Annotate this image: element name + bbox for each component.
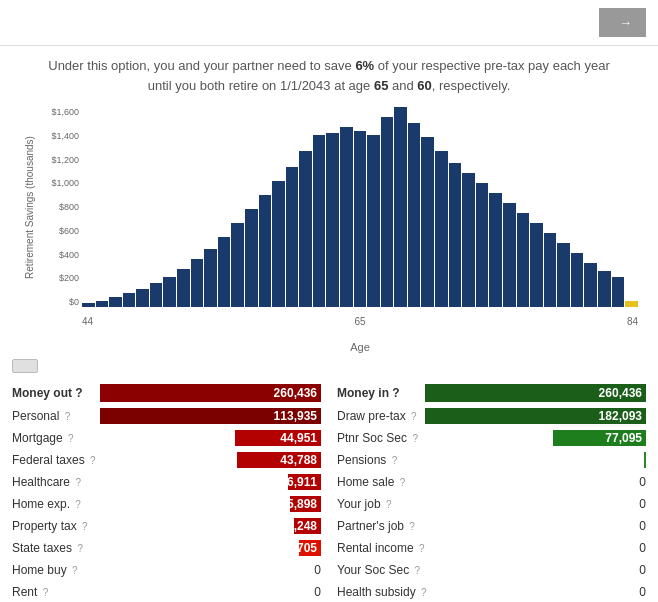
row-value: 0 <box>586 517 646 535</box>
help-icon[interactable]: ? <box>392 386 399 400</box>
chart-bar <box>340 127 353 307</box>
help-icon[interactable]: ? <box>411 411 417 422</box>
data-row: Health subsidy ?0 <box>337 582 646 602</box>
help-icon[interactable]: ? <box>43 587 49 598</box>
row-value: 0 <box>586 473 646 491</box>
row-label: Healthcare ? <box>12 475 100 489</box>
subtitle-block: Under this option, you and your partner … <box>0 46 658 101</box>
help-icon[interactable]: ? <box>65 411 71 422</box>
chart-bar <box>136 289 149 307</box>
chart-bar <box>326 133 339 307</box>
page-header: → <box>0 0 658 46</box>
data-row: Your Soc Sec ?0 <box>337 560 646 580</box>
help-icon[interactable]: ? <box>75 386 82 400</box>
data-row: Home sale ?0 <box>337 472 646 492</box>
help-icon[interactable]: ? <box>392 455 398 466</box>
chart-bar <box>109 297 122 307</box>
help-icon[interactable]: ? <box>409 521 415 532</box>
section-header-row: Money out ?260,436 <box>12 383 321 403</box>
row-label: Partner's job ? <box>337 519 425 533</box>
chart-bar <box>476 183 489 307</box>
data-row: Ptnr Soc Sec ?77,095 <box>337 428 646 448</box>
money-in-column: Money in ?260,436Draw pre-tax ?182,093Pt… <box>337 383 646 602</box>
money-out-column: Money out ?260,436Personal ?113,935Mortg… <box>12 383 321 602</box>
data-row: Healthcare ?16,911 <box>12 472 321 492</box>
back-to-inputs-button[interactable]: → <box>599 8 646 37</box>
row-value: 0 <box>261 583 321 601</box>
row-value: 0 <box>586 561 646 579</box>
row-label: Home exp. ? <box>12 497 100 511</box>
chart-bar <box>503 203 516 307</box>
row-label: Your Soc Sec ? <box>337 563 425 577</box>
chart-bar <box>313 135 326 307</box>
chart-bar <box>299 151 312 307</box>
chart-bar <box>435 151 448 307</box>
help-icon[interactable]: ? <box>419 543 425 554</box>
details-block <box>48 359 646 361</box>
chart-bar <box>204 249 217 307</box>
chart-bar <box>489 193 502 307</box>
y-axis-label: Retirement Savings (thousands) <box>20 107 38 307</box>
chart-bar <box>272 181 285 307</box>
chart-bar <box>163 277 176 307</box>
chart-bars <box>82 107 638 307</box>
data-row: Rental income ?0 <box>337 538 646 558</box>
help-icon[interactable]: ? <box>90 455 96 466</box>
row-label: Home sale ? <box>337 475 425 489</box>
data-row: Personal ?113,935 <box>12 406 321 426</box>
chart-bar <box>286 167 299 307</box>
y-axis: $1,600 $1,400 $1,200 $1,000 $800 $600 $4… <box>42 107 82 307</box>
row-value: 182,093 <box>586 407 646 425</box>
chart-bar <box>462 173 475 307</box>
help-icon[interactable]: ? <box>72 565 78 576</box>
prior-year-button[interactable] <box>12 359 38 373</box>
chart-bar <box>381 117 394 307</box>
section-header-row: Money in ?260,436 <box>337 383 646 403</box>
help-icon[interactable]: ? <box>68 433 74 444</box>
chart-bar <box>218 237 231 307</box>
data-row: Pensions ?1,248 <box>337 450 646 470</box>
data-row: Home exp. ?15,898 <box>12 494 321 514</box>
row-label: Personal ? <box>12 409 100 423</box>
help-icon[interactable]: ? <box>386 499 392 510</box>
chart-bar <box>231 223 244 307</box>
help-icon[interactable]: ? <box>412 433 418 444</box>
chart-bar <box>530 223 543 307</box>
help-icon[interactable]: ? <box>75 477 81 488</box>
row-label: Rental income ? <box>337 541 425 555</box>
row-value: 0 <box>586 539 646 557</box>
chart-bar <box>82 303 95 307</box>
chart-bar <box>96 301 109 307</box>
data-row: Mortgage ?44,951 <box>12 428 321 448</box>
chart-bar <box>612 277 625 307</box>
row-value: 44,951 <box>261 429 321 447</box>
chart-bar <box>557 243 570 307</box>
help-icon[interactable]: ? <box>82 521 88 532</box>
help-icon[interactable]: ? <box>400 477 406 488</box>
row-label: Rent ? <box>12 585 100 599</box>
chart-bar <box>571 253 584 307</box>
row-label: Mortgage ? <box>12 431 100 445</box>
row-value: 15,898 <box>261 495 321 513</box>
row-value: 77,095 <box>586 429 646 447</box>
chart-bar <box>598 271 611 307</box>
data-row: Property tax ?13,248 <box>12 516 321 536</box>
chart-bar <box>625 301 638 307</box>
arrow-right-icon: → <box>619 15 632 30</box>
chart-bar <box>191 259 204 307</box>
row-label: State taxes ? <box>12 541 100 555</box>
row-value: 113,935 <box>261 407 321 425</box>
help-icon[interactable]: ? <box>415 565 421 576</box>
x-axis-label: Age <box>62 341 658 353</box>
chart-bar <box>517 213 530 307</box>
row-label: Draw pre-tax ? <box>337 409 425 423</box>
chart-bar <box>354 131 367 307</box>
row-label: Pensions ? <box>337 453 425 467</box>
help-icon[interactable]: ? <box>75 499 81 510</box>
help-icon[interactable]: ? <box>77 543 83 554</box>
chart-bar <box>584 263 597 307</box>
row-label: Home buy ? <box>12 563 100 577</box>
data-row: Partner's job ?0 <box>337 516 646 536</box>
row-label: Ptnr Soc Sec ? <box>337 431 425 445</box>
chart-bar <box>449 163 462 307</box>
